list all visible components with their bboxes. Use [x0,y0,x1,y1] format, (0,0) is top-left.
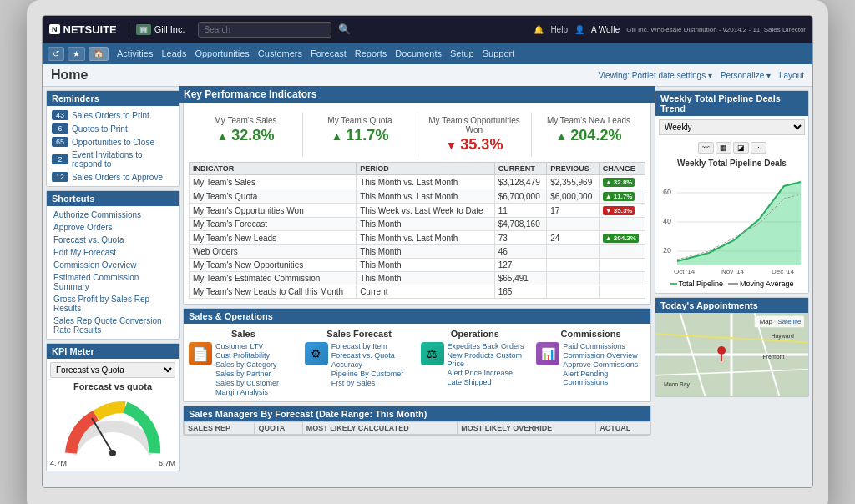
col-previous: Previous [547,163,599,175]
reminder-label[interactable]: Event Invitations to respond to [72,150,174,169]
shortcuts-panel: Shortcuts Authorize Commissions Approve … [46,190,180,340]
map-svg: Union City Hayward Fremont Moon Bay Map … [655,313,808,396]
svg-text:Hayward: Hayward [771,333,793,340]
period-cell[interactable]: This Month vs. Last Month [357,175,495,189]
table-row: My Team's Sales This Month vs. Last Mont… [190,175,645,189]
shortcuts-list: Authorize Commissions Approve Orders For… [47,206,179,339]
nav-reports[interactable]: Reports [355,48,387,58]
ns-logo-text: NETSUITE [63,23,117,36]
shortcut-item[interactable]: Edit My Forecast [47,246,179,259]
shortcut-item[interactable]: Forecast vs. Quota [47,234,179,246]
nav-forecast[interactable]: Forecast [311,48,347,58]
search-icon[interactable]: 🔍 [338,23,351,35]
nav-opportunities[interactable]: Opportunities [195,48,249,58]
nav-documents[interactable]: Documents [395,48,442,58]
viewing-label[interactable]: Viewing: Portlet date settings ▾ [598,71,712,80]
list-item: 12 Sales Orders to Approve [47,170,179,184]
svg-point-26 [717,346,726,355]
nav-activities[interactable]: Activities [117,48,153,58]
nav-setup[interactable]: Setup [450,48,474,58]
kpi-summary-row: My Team's Sales 32.8% My Team's Quota 11… [189,113,645,157]
svg-text:Moon Bay: Moon Bay [664,381,691,388]
col-current: Current [494,163,546,175]
help-link[interactable]: Help [550,25,568,34]
shortcut-item[interactable]: Commission Overview [47,259,179,271]
previous-cell: $2,355,969 [547,175,599,189]
appointments-panel: Today's Appointments [655,297,809,397]
kpi-table: Indicator Period Current Previous Change [189,162,645,299]
svg-text:Oct '14: Oct '14 [674,268,696,275]
layout-label[interactable]: Layout [779,71,804,80]
legend-total-label: Total Pipeline [679,280,724,288]
shortcut-item[interactable]: Sales Rep Quote Conversion Rate Results [47,315,179,336]
legend-total: Total Pipeline [670,280,724,288]
kpi-summary-leads: My Team's New Leads 204.2% [532,113,645,157]
operations-icon-item[interactable]: ⚖ [421,342,444,365]
chart-area-btn[interactable]: ◪ [733,142,749,154]
svg-text:Satellite: Satellite [777,318,802,325]
alerts-icon[interactable]: 🔔 [534,25,544,34]
user-sub: Gill Inc. Wholesale Distribution - v2014… [626,26,806,33]
list-item: 65 Opportunities to Close [47,135,179,149]
appointments-header: Today's Appointments [655,298,808,313]
shortcut-item[interactable]: Authorize Commissions [47,209,179,221]
commissions-icon-item[interactable]: 📊 [536,342,559,365]
chart-toolbar: 〰 ▦ ◪ ⋯ [659,142,805,154]
kpi-meter-select[interactable]: Forecast vs Quota [50,362,175,378]
sales-icon-item[interactable]: 📄 [189,342,212,365]
chart-more-btn[interactable]: ⋯ [751,142,766,154]
center-content: Key Performance Indicators My Team's Sal… [183,90,651,484]
forecast-icon-item[interactable]: ⚙ [305,342,328,365]
sales-sections: Sales 📄 Customer LTV Cust Profitability … [184,324,650,401]
commissions-links: Paid Commissions Commission Overview App… [563,342,645,386]
nav-support[interactable]: Support [483,48,515,58]
personalize-label[interactable]: Personalize ▾ [721,71,771,80]
table-row: Web Orders This Month 46 [190,245,645,259]
nav-customers[interactable]: Customers [258,48,302,58]
shortcut-item[interactable]: Estimated Commission Summary [47,271,179,293]
pipeline-select[interactable]: Weekly [659,119,805,135]
svg-text:Nov '14: Nov '14 [721,268,744,275]
nav-star-btn[interactable]: ★ [68,47,85,61]
kpi-meter-panel: KPI Meter Forecast vs Quota Forecast vs … [46,343,180,471]
gauge-chart [58,395,167,457]
shortcut-item[interactable]: Approve Orders [47,221,179,234]
nav-home-btn[interactable]: 🏠 [89,47,109,61]
commissions-icon: 📊 [536,342,559,365]
svg-text:60: 60 [663,188,671,196]
pipeline-chart-svg: 60 40 20 [659,169,805,278]
reminder-count: 12 [52,172,68,182]
user-name: A Wolfe [591,25,620,34]
search-input[interactable] [198,22,331,38]
svg-marker-8 [677,182,801,265]
nav-right: 🔔 Help 👤 A Wolfe Gill Inc. Wholesale Dis… [534,25,806,34]
shortcut-item[interactable]: Gross Profit by Sales Rep Results [47,293,179,315]
sales-managers-header: Sales Managers By Forecast (Date Range: … [184,406,650,421]
sales-managers-table: Sales Rep Quota Most Likely Calculated M… [184,421,650,435]
sm-col-likely-calc: Most Likely Calculated [302,422,457,435]
chart-line-btn[interactable]: 〰 [698,142,714,154]
nav-back-btn[interactable]: ↺ [48,47,64,61]
reminder-label[interactable]: Sales Orders to Print [72,111,149,120]
second-nav-links: Activities Leads Opportunities Customers… [117,48,514,58]
nav-leads[interactable]: Leads [161,48,186,58]
pipeline-controls: Weekly [655,116,808,139]
reminder-count: 65 [52,137,68,147]
reminders-list: 43 Sales Orders to Print 6 Quotes to Pri… [47,106,179,186]
sm-col-likely-override: Most Likely Override [458,422,596,435]
reminder-label[interactable]: Opportunities to Close [72,138,154,147]
list-item: 2 Event Invitations to respond to [47,149,179,170]
chart-bar-btn[interactable]: ▦ [716,142,731,154]
second-nav: ↺ ★ 🏠 Activities Leads Opportunities Cus… [43,43,812,64]
sales-section-forecast: Sales Forecast ⚙ Forecast by Item Foreca… [305,329,414,396]
company-icon: 🏢 [136,24,151,35]
operations-links: Expedites Back Orders New Products Custo… [448,342,530,386]
sales-panel: Sales & Operations Sales 📄 Customer LTV [183,308,651,402]
legend-solid-dot [670,283,677,285]
user-icon: 👤 [574,25,584,34]
reminder-label[interactable]: Sales Orders to Approve [72,173,163,182]
home-header-actions: Viewing: Portlet date settings ▾ Persona… [598,71,804,80]
kpi-table-scroll: Indicator Period Current Previous Change [189,162,645,299]
reminder-label[interactable]: Quotes to Print [72,124,128,134]
reminders-header: Reminders [47,91,179,106]
